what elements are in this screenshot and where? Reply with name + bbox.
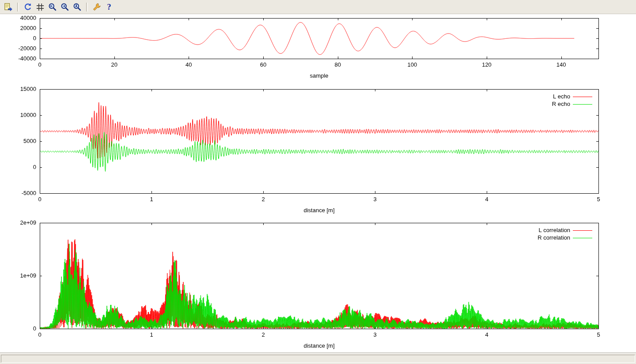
help-icon: ? <box>105 3 114 11</box>
config-button[interactable] <box>91 1 102 13</box>
gnuplot-window: ? <box>0 0 636 364</box>
config-icon <box>92 3 101 11</box>
status-bar <box>0 353 636 364</box>
zoom-previous-icon <box>48 3 57 11</box>
toolbar-separator <box>17 3 19 11</box>
toolbar: ? <box>0 0 636 14</box>
autoscale-button[interactable] <box>72 1 83 13</box>
copy-to-clipboard-button[interactable] <box>3 1 14 13</box>
help-button[interactable]: ? <box>103 1 115 13</box>
charts-canvas[interactable] <box>0 14 636 353</box>
svg-text:?: ? <box>107 3 111 11</box>
grid-icon <box>36 3 45 11</box>
zoom-next-button[interactable] <box>59 1 71 13</box>
toolbar-separator <box>86 3 88 11</box>
autoscale-icon <box>73 3 82 11</box>
zoom-previous-button[interactable] <box>47 1 58 13</box>
replot-icon <box>23 3 32 11</box>
copy-to-clipboard-icon <box>4 3 13 11</box>
zoom-next-icon <box>61 3 69 11</box>
toggle-grid-button[interactable] <box>34 1 46 13</box>
replot-button[interactable] <box>22 1 34 13</box>
plot-area <box>0 14 636 353</box>
status-field <box>1 355 635 363</box>
